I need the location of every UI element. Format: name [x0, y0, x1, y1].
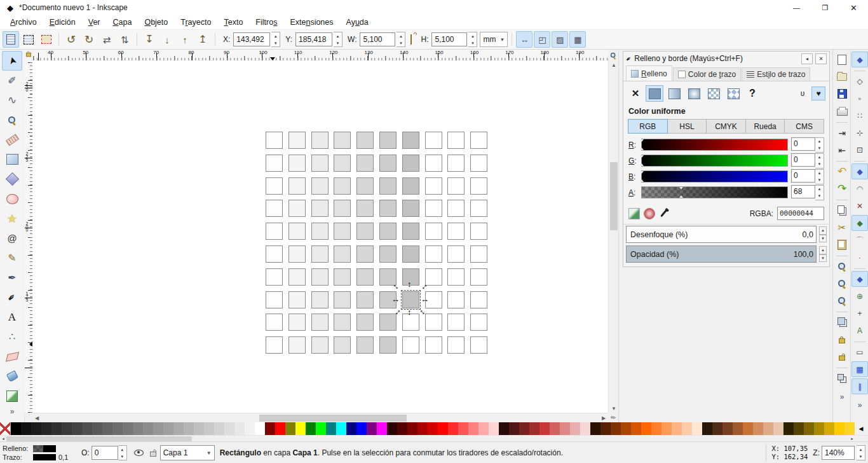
close-button[interactable]: ✕ [839, 0, 868, 15]
canvas-rect[interactable] [266, 245, 283, 263]
redo-button[interactable]: ↷ [834, 181, 850, 197]
raise-button[interactable]: ↑ [177, 31, 193, 48]
palette-swatch[interactable] [194, 422, 204, 435]
palette-swatch[interactable] [245, 422, 255, 435]
undo-button[interactable]: ↶ [834, 163, 850, 179]
snap-text-baseline-button[interactable]: A [851, 322, 868, 338]
canvas-rect[interactable] [402, 155, 419, 172]
paint-pattern-button[interactable] [705, 85, 722, 102]
palette-swatch[interactable] [519, 422, 529, 435]
slider-b[interactable] [641, 170, 788, 183]
canvas-rect[interactable] [311, 132, 329, 149]
canvas-rect[interactable] [288, 177, 306, 195]
rectangle-tool-button[interactable] [2, 149, 22, 169]
palette-swatch[interactable] [377, 422, 387, 435]
slider-spin[interactable]: ▲▼ [815, 169, 824, 184]
rgba-field[interactable]: 00000044 [777, 207, 824, 220]
palette-swatch[interactable] [641, 422, 651, 435]
text-tool-button[interactable]: A [2, 307, 22, 327]
canvas-rect[interactable] [311, 177, 329, 195]
menu-extensiones[interactable]: Extensiones [283, 17, 339, 28]
fill-stroke-indicator[interactable]: Relleno: Trazo: 0,1 [0, 445, 78, 462]
canvas-rect[interactable] [311, 314, 329, 331]
canvas-rect[interactable] [447, 268, 465, 286]
palette-swatch[interactable] [570, 422, 580, 435]
selection-handles-button[interactable] [834, 370, 850, 386]
scroll-right-icon[interactable]: ▶ [599, 413, 608, 423]
scale-handle-icon[interactable]: ↔ [407, 280, 415, 289]
palette-swatch[interactable] [438, 422, 448, 435]
panel-collapse-button[interactable]: ◂ [801, 53, 813, 64]
palette-swatch[interactable] [62, 422, 72, 435]
canvas-rect[interactable] [356, 314, 374, 331]
menu-ver[interactable]: Ver [82, 17, 107, 28]
canvas-rect[interactable] [334, 155, 351, 172]
canvas-rect[interactable] [470, 291, 487, 308]
zoom-drawing-button[interactable] [834, 275, 850, 291]
palette-swatch[interactable] [590, 422, 600, 435]
canvas-rect[interactable] [311, 155, 329, 172]
snap-midpoints-button[interactable]: ∙ [851, 249, 868, 265]
select-all-button[interactable] [3, 31, 19, 48]
palette-swatch[interactable] [600, 422, 611, 435]
canvas-rect[interactable] [311, 245, 329, 263]
scroll-down-icon[interactable]: ▼ [609, 404, 619, 413]
canvas-rect[interactable] [288, 223, 306, 240]
canvas-rect[interactable] [425, 245, 442, 263]
object-opacity-spin[interactable]: ▲▼ [118, 445, 127, 460]
snap-bbox-midpoints-button[interactable]: ⊹ [851, 125, 868, 141]
canvas-rect[interactable] [470, 223, 487, 240]
canvas-rect[interactable] [447, 200, 465, 217]
canvas-rect[interactable] [334, 336, 351, 354]
snap-bbox-edges-button[interactable]: ▫ [851, 90, 868, 106]
canvas-rect[interactable] [356, 223, 374, 240]
pencil-tool-button[interactable]: ✎ [2, 248, 22, 268]
palette-swatch[interactable] [844, 422, 855, 435]
palette-swatch[interactable] [143, 422, 153, 435]
gradient-tool-button[interactable] [2, 386, 22, 406]
scroll-up-icon[interactable]: ▲ [609, 60, 619, 69]
canvas-rect[interactable] [288, 268, 306, 286]
canvas-rect[interactable] [379, 245, 397, 263]
canvas-rect[interactable] [311, 291, 329, 308]
palette-swatch[interactable] [336, 422, 346, 435]
selector-tool-button[interactable]: ➤ [2, 51, 22, 71]
palette-swatch[interactable] [407, 422, 417, 435]
zoom-spin[interactable]: ▲▼ [857, 445, 865, 460]
canvas-rect[interactable] [266, 223, 283, 240]
canvas-rect[interactable] [266, 132, 283, 149]
w-field-spin[interactable]: ▲▼ [397, 32, 405, 47]
snap-intersections-button[interactable]: ✕ [851, 198, 868, 214]
canvas-rect[interactable] [402, 177, 419, 195]
palette-swatch[interactable] [631, 422, 641, 435]
canvas-rect[interactable] [266, 177, 283, 195]
vertical-ruler[interactable]: 250225200175 [24, 60, 33, 413]
horizontal-ruler[interactable]: 4050607080901001101201301401501601701801… [32, 50, 608, 61]
cut-button[interactable]: ✂ [834, 219, 850, 235]
canvas-rect[interactable] [470, 314, 487, 331]
layer-select[interactable]: Capa 1 ▼ [160, 445, 215, 460]
canvas-rect[interactable] [447, 177, 465, 195]
lower-to-bottom-button[interactable]: ↧ [141, 31, 158, 48]
y-field-spin[interactable]: ▲▼ [334, 32, 342, 47]
canvas-rect[interactable] [447, 223, 465, 240]
canvas-rect[interactable] [425, 314, 442, 331]
spiral-tool-button[interactable]: @ [2, 228, 22, 248]
palette-scroll-thumb[interactable] [6, 436, 192, 441]
duplicate-button[interactable] [834, 314, 850, 330]
snap-overflow-button[interactable]: » [858, 401, 862, 410]
selection-box[interactable]: ↔↔↔↔↔↔↔↔ [401, 290, 421, 310]
affect-corners-toggle[interactable]: ◰ [534, 31, 550, 48]
canvas-rect[interactable] [266, 336, 283, 354]
snap-rotation-center-button[interactable]: + [851, 305, 868, 321]
canvas-rect[interactable] [334, 291, 351, 308]
mode-tab-cms[interactable]: CMS [784, 119, 824, 134]
palette-swatch[interactable] [560, 422, 570, 435]
palette-swatch[interactable] [367, 422, 377, 435]
snap-object-centers-button[interactable]: ⊕ [851, 288, 868, 304]
lower-button[interactable]: ↓ [159, 31, 175, 48]
toolbox-overflow-button[interactable]: » [10, 407, 15, 416]
object-opacity-field[interactable]: 0 [92, 446, 118, 460]
canvas-rect[interactable] [356, 336, 374, 354]
canvas-rect[interactable] [402, 245, 419, 263]
